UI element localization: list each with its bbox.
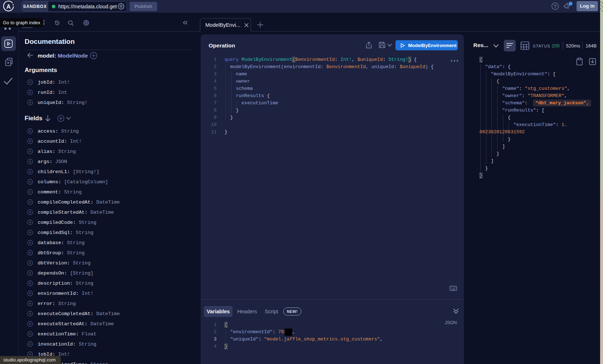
svg-text:A: A xyxy=(7,4,11,10)
svg-text:?: ? xyxy=(554,4,557,9)
